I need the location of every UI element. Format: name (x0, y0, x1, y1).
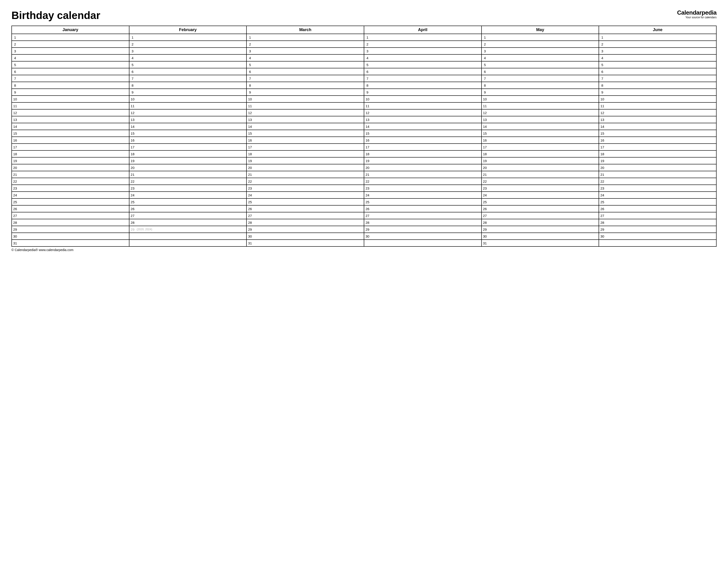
entry-slot[interactable] (136, 158, 246, 164)
entry-slot[interactable] (152, 226, 246, 233)
day-cell[interactable]: 17 (482, 144, 599, 150)
entry-slot[interactable] (488, 123, 599, 130)
entry-slot[interactable] (371, 144, 481, 150)
entry-slot[interactable] (136, 41, 246, 47)
entry-slot[interactable] (18, 144, 129, 150)
entry-slot[interactable] (136, 219, 246, 226)
entry-slot[interactable] (488, 164, 599, 171)
day-cell[interactable]: 18 (364, 150, 482, 157)
day-cell[interactable]: 6 (129, 68, 247, 75)
entry-slot[interactable] (18, 41, 129, 47)
entry-slot[interactable] (605, 226, 716, 233)
day-cell[interactable]: 19 (482, 157, 599, 164)
entry-slot[interactable] (136, 171, 246, 178)
entry-slot[interactable] (371, 48, 481, 54)
day-cell[interactable]: 5 (129, 61, 247, 68)
day-cell[interactable]: 21 (129, 171, 247, 178)
entry-slot[interactable] (605, 233, 716, 239)
entry-slot[interactable] (18, 151, 129, 157)
day-cell[interactable]: 11 (129, 102, 247, 109)
day-cell[interactable]: 1 (246, 34, 364, 41)
day-cell[interactable]: 8 (246, 82, 364, 89)
entry-slot[interactable] (371, 82, 481, 88)
day-cell[interactable]: 3 (246, 48, 364, 54)
day-cell[interactable]: 7 (12, 75, 129, 82)
entry-slot[interactable] (488, 110, 599, 116)
day-cell[interactable]: 11 (364, 102, 482, 109)
entry-slot[interactable] (253, 62, 364, 68)
day-cell[interactable]: 26 (246, 205, 364, 212)
entry-slot[interactable] (605, 144, 716, 150)
entry-slot[interactable] (136, 123, 246, 130)
entry-slot[interactable] (488, 116, 599, 123)
day-cell[interactable]: 22 (12, 178, 129, 185)
day-cell[interactable]: 23 (364, 185, 482, 192)
entry-slot[interactable] (605, 158, 716, 164)
entry-slot[interactable] (253, 96, 364, 102)
entry-slot[interactable] (605, 151, 716, 157)
entry-slot[interactable] (136, 199, 246, 205)
entry-slot[interactable] (136, 103, 246, 109)
entry-slot[interactable] (253, 212, 364, 219)
day-cell[interactable]: 19 (129, 157, 247, 164)
day-cell[interactable]: 24 (364, 192, 482, 198)
entry-slot[interactable] (136, 151, 246, 157)
entry-slot[interactable] (371, 199, 481, 205)
day-cell[interactable]: 20 (482, 164, 599, 171)
day-cell[interactable]: 5 (246, 61, 364, 68)
entry-slot[interactable] (605, 55, 716, 61)
day-cell[interactable]: 22 (364, 178, 482, 185)
entry-slot[interactable] (18, 137, 129, 143)
day-cell[interactable]: 24 (482, 192, 599, 198)
entry-slot[interactable] (18, 123, 129, 130)
entry-slot[interactable] (371, 116, 481, 123)
day-cell[interactable]: 25 (12, 198, 129, 205)
entry-slot[interactable] (136, 130, 246, 136)
entry-slot[interactable] (253, 89, 364, 95)
day-cell[interactable]: 4 (482, 54, 599, 61)
day-cell[interactable]: 23 (129, 185, 247, 192)
entry-slot[interactable] (18, 233, 129, 239)
day-cell[interactable]: 30 (482, 233, 599, 240)
day-cell[interactable]: 26 (599, 205, 716, 212)
entry-slot[interactable] (253, 137, 364, 143)
entry-slot[interactable] (488, 130, 599, 136)
day-cell[interactable]: 18 (482, 150, 599, 157)
day-cell[interactable]: 5 (599, 61, 716, 68)
day-cell[interactable]: 9 (246, 89, 364, 96)
entry-slot[interactable] (136, 206, 246, 212)
entry-slot[interactable] (136, 192, 246, 198)
entry-slot[interactable] (488, 89, 599, 95)
day-cell[interactable]: 1 (129, 34, 247, 41)
entry-slot[interactable] (488, 144, 599, 150)
entry-slot[interactable] (253, 158, 364, 164)
entry-slot[interactable] (253, 68, 364, 75)
day-cell[interactable]: 22 (599, 178, 716, 185)
day-cell[interactable]: 3 (364, 48, 482, 54)
entry-slot[interactable] (488, 96, 599, 102)
entry-slot[interactable] (371, 96, 481, 102)
day-cell[interactable]: 18 (246, 150, 364, 157)
day-cell[interactable]: 10 (129, 96, 247, 102)
entry-slot[interactable] (488, 62, 599, 68)
day-cell[interactable]: 16 (129, 137, 247, 144)
entry-slot[interactable] (136, 75, 246, 82)
day-cell[interactable]: 14 (12, 123, 129, 130)
day-cell[interactable]: 2 (246, 41, 364, 48)
day-cell[interactable]: 7 (129, 75, 247, 82)
day-cell[interactable]: 20 (12, 164, 129, 171)
day-cell[interactable]: 28 (482, 219, 599, 226)
day-cell[interactable]: 10 (246, 96, 364, 102)
entry-slot[interactable] (136, 96, 246, 102)
day-cell[interactable]: 19 (12, 157, 129, 164)
day-cell[interactable]: 28 (364, 219, 482, 226)
entry-slot[interactable] (253, 233, 364, 239)
day-cell[interactable]: 20 (364, 164, 482, 171)
day-cell[interactable]: 9 (482, 89, 599, 96)
entry-slot[interactable] (253, 123, 364, 130)
entry-slot[interactable] (605, 89, 716, 95)
day-cell[interactable]: 22 (129, 178, 247, 185)
entry-slot[interactable] (18, 206, 129, 212)
day-cell[interactable]: 7 (364, 75, 482, 82)
entry-slot[interactable] (605, 34, 716, 40)
